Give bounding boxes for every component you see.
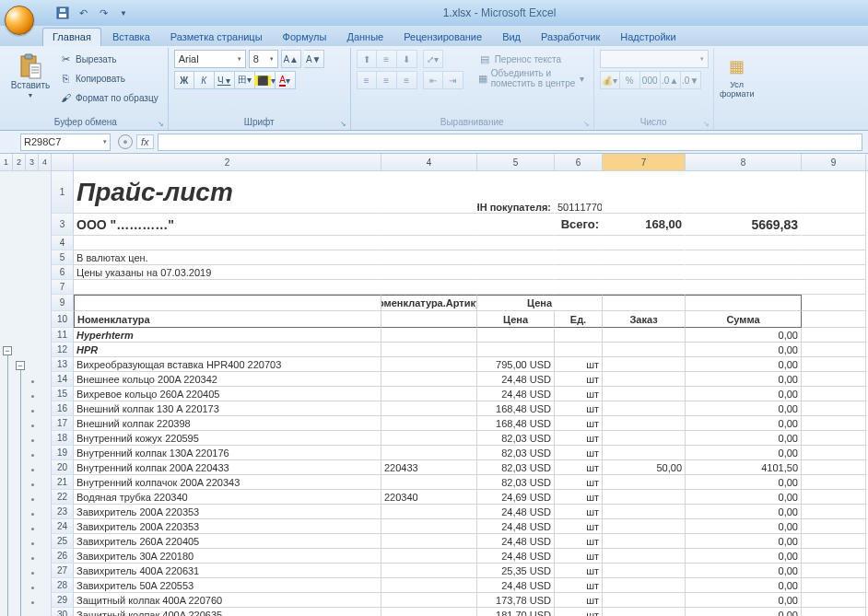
- undo-icon[interactable]: ↶: [76, 6, 90, 20]
- align-center-button[interactable]: ≡: [377, 71, 397, 89]
- orientation-button[interactable]: ⤢▾: [423, 50, 443, 68]
- row-9[interactable]: 9 Номенклатура.Артикул Цена: [52, 295, 868, 311]
- row-10[interactable]: 10 Номенклатура Цена Ед. Заказ Сумма: [52, 311, 868, 328]
- col-header-8[interactable]: 8: [686, 154, 802, 170]
- grow-font-button[interactable]: A▲: [281, 50, 301, 68]
- increase-decimal-button[interactable]: .0▲: [661, 71, 681, 89]
- table-row[interactable]: 17Внешний колпак 220398168,48 USDшт0,00: [52, 416, 868, 431]
- cancel-icon[interactable]: ●: [118, 134, 133, 149]
- cell-order[interactable]: [603, 475, 686, 490]
- row-5[interactable]: 5В валютах цен.: [52, 250, 868, 265]
- outline-collapse-2[interactable]: −: [16, 361, 25, 370]
- outline-collapse-1[interactable]: −: [3, 346, 12, 355]
- merge-center-button[interactable]: ▦Объединить и поместить в центре ▾: [475, 69, 588, 87]
- font-name-combo[interactable]: Arial▾: [174, 50, 246, 68]
- table-row[interactable]: 19Внутренний колпак 130A 22017682,03 USD…: [52, 446, 868, 460]
- table-row[interactable]: 15Вихревое кольцо 260A 22040524,48 USDшт…: [52, 387, 868, 401]
- tab-formulas[interactable]: Формулы: [274, 29, 336, 46]
- table-row[interactable]: 30Защитный колпак 400A 220635181,70 USDш…: [52, 608, 868, 616]
- increase-indent-button[interactable]: ⇥: [443, 71, 463, 89]
- tab-home[interactable]: Главная: [42, 28, 101, 46]
- fill-color-button[interactable]: ⬛▾: [255, 71, 276, 89]
- row-11[interactable]: 11 Hyperhterm 0,00: [52, 328, 868, 343]
- table-row[interactable]: 29Защитный колпак 400A 220760173,78 USDш…: [52, 593, 868, 608]
- percent-button[interactable]: %: [620, 71, 640, 89]
- cell-order[interactable]: 50,00: [603, 460, 686, 475]
- table-row[interactable]: 27Завихритель 400A 22063125,35 USDшт0,00: [52, 564, 868, 578]
- align-top-button[interactable]: ⬆: [357, 50, 377, 68]
- cell-order[interactable]: [603, 578, 686, 593]
- cell-order[interactable]: [603, 593, 686, 608]
- tab-view[interactable]: Вид: [493, 29, 530, 46]
- tab-insert[interactable]: Вставка: [103, 29, 159, 46]
- outline-level-3[interactable]: 3: [26, 154, 39, 170]
- col-header-5[interactable]: 5: [477, 154, 555, 170]
- decrease-decimal-button[interactable]: .0▼: [681, 71, 701, 89]
- cell-order[interactable]: [603, 519, 686, 534]
- outline-level-2[interactable]: 2: [13, 154, 26, 170]
- table-row[interactable]: 26Завихритель 30A 22018024,48 USDшт0,00: [52, 549, 868, 564]
- cell-order[interactable]: [603, 357, 686, 372]
- table-row[interactable]: 13Вихреобразующая вставка HPR400 2207037…: [52, 357, 868, 372]
- font-color-button[interactable]: A▾: [276, 71, 296, 89]
- row-12[interactable]: 12 HPR 0,00: [52, 343, 868, 357]
- align-right-button[interactable]: ≡: [397, 71, 417, 89]
- row-6[interactable]: 6Цены указаны на 07.03.2019: [52, 265, 868, 280]
- cell-order[interactable]: [603, 387, 686, 401]
- align-bottom-button[interactable]: ⬇: [397, 50, 417, 68]
- comma-button[interactable]: 000: [640, 71, 661, 89]
- table-row[interactable]: 21Внутренний колпачок 200A 22034382,03 U…: [52, 475, 868, 490]
- tab-addins[interactable]: Надстройки: [611, 29, 685, 46]
- bold-button[interactable]: Ж: [174, 71, 194, 89]
- cell-order[interactable]: [603, 608, 686, 616]
- cell-order[interactable]: [603, 549, 686, 564]
- cell-order[interactable]: [603, 446, 686, 460]
- cell-order[interactable]: [603, 490, 686, 505]
- table-row[interactable]: 28Завихритель 50A 22055324,48 USDшт0,00: [52, 578, 868, 593]
- table-row[interactable]: 22Водяная трубка 22034022034024,69 USDшт…: [52, 490, 868, 505]
- table-row[interactable]: 18Внутренний кожух 22059582,03 USDшт0,00: [52, 431, 868, 446]
- decrease-indent-button[interactable]: ⇤: [423, 71, 443, 89]
- table-row[interactable]: 23Завихритель 200A 22035324,48 USDшт0,00: [52, 505, 868, 519]
- row-7[interactable]: 7: [52, 280, 868, 295]
- table-row[interactable]: 14Внешнее кольцо 200A 22034224,48 USDшт0…: [52, 372, 868, 387]
- row-4[interactable]: 4: [52, 236, 868, 250]
- cell-order[interactable]: [603, 372, 686, 387]
- align-middle-button[interactable]: ≡: [377, 50, 397, 68]
- cell-order[interactable]: [603, 401, 686, 416]
- italic-button[interactable]: К: [194, 71, 215, 89]
- select-all-button[interactable]: [52, 154, 74, 170]
- copy-button[interactable]: ⎘Копировать: [55, 69, 162, 87]
- conditional-formatting-button[interactable]: ▦ Усл формати: [720, 50, 755, 99]
- table-row[interactable]: 24Завихритель 200A 22035324,48 USDшт0,00: [52, 519, 868, 534]
- grid[interactable]: 2 4 5 6 7 8 9 1 Прайс-лист ИНН покупател…: [52, 154, 868, 616]
- accounting-format-button[interactable]: 💰▾: [600, 71, 620, 89]
- redo-icon[interactable]: ↷: [96, 6, 111, 20]
- cell-order[interactable]: [603, 431, 686, 446]
- font-size-combo[interactable]: 8▾: [249, 50, 278, 68]
- outline-level-4[interactable]: 4: [39, 154, 51, 170]
- col-header-7[interactable]: 7: [603, 154, 686, 170]
- cell-order[interactable]: [603, 564, 686, 578]
- row-3[interactable]: 3 ООО "…………" Всего: 168,00 5669,83: [52, 214, 868, 236]
- name-box[interactable]: R298C7▾: [20, 134, 111, 151]
- outline-level-1[interactable]: 1: [0, 154, 13, 170]
- tab-data[interactable]: Данные: [337, 29, 393, 46]
- qat-dropdown-icon[interactable]: ▼: [116, 6, 131, 20]
- col-header-2[interactable]: 2: [74, 154, 381, 170]
- fx-button[interactable]: fx: [136, 134, 154, 149]
- tab-review[interactable]: Рецензирование: [394, 29, 491, 46]
- formula-input[interactable]: [158, 134, 862, 151]
- table-row[interactable]: 16Внешний колпак 130 A 220173168,48 USDш…: [52, 401, 868, 416]
- wrap-text-button[interactable]: ▤Перенос текста: [475, 50, 588, 68]
- office-button[interactable]: [0, 0, 39, 26]
- number-format-combo[interactable]: ▾: [600, 50, 709, 68]
- format-painter-button[interactable]: 🖌Формат по образцу: [55, 88, 162, 107]
- shrink-font-button[interactable]: A▼: [304, 50, 324, 68]
- tab-page-layout[interactable]: Разметка страницы: [161, 29, 272, 46]
- col-header-4[interactable]: 4: [381, 154, 477, 170]
- col-header-6[interactable]: 6: [555, 154, 603, 170]
- underline-button[interactable]: Ч ▾: [215, 71, 235, 89]
- cell-order[interactable]: [603, 505, 686, 519]
- row-1[interactable]: 1 Прайс-лист ИНН покупателя: 5011177085: [52, 171, 868, 214]
